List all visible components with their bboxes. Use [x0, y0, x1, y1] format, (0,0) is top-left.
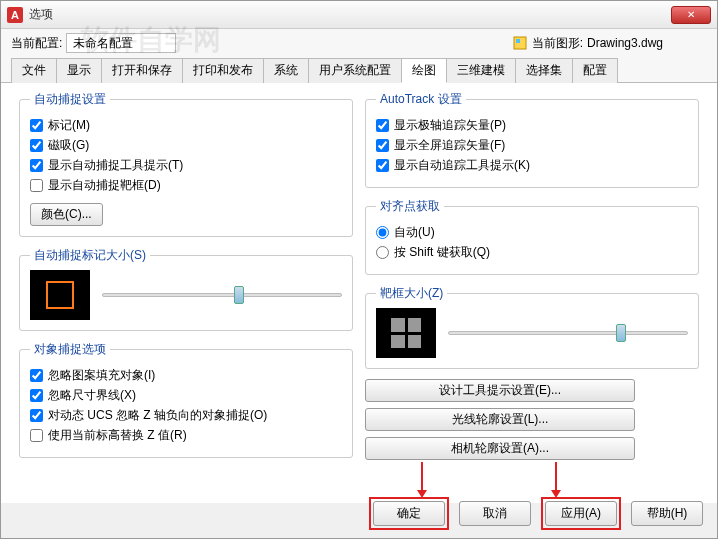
snap-tooltip-checkbox[interactable]: 显示自动捕捉工具提示(T): [30, 157, 342, 174]
apply-button[interactable]: 应用(A): [545, 501, 617, 526]
ok-button[interactable]: 确定: [373, 501, 445, 526]
options-dialog: A 选项 ✕ 软件自学网 当前配置: 未命名配置 当前图形: Drawing3.…: [0, 0, 718, 539]
alignment-acquisition-group: 对齐点获取 自动(U) 按 Shift 键获取(Q): [365, 198, 699, 275]
tab-profiles[interactable]: 配置: [572, 58, 618, 83]
window-title: 选项: [29, 6, 671, 23]
left-column: 自动捕捉设置 标记(M) 磁吸(G) 显示自动捕捉工具提示(T) 显示自动捕捉靶…: [13, 91, 359, 503]
track-tooltip-checkbox[interactable]: 显示自动追踪工具提示(K): [376, 157, 688, 174]
annotation-arrow-ok: [421, 462, 423, 492]
tab-open-save[interactable]: 打开和保存: [101, 58, 183, 83]
design-tooltip-button[interactable]: 设计工具提示设置(E)...: [365, 379, 635, 402]
alignment-legend: 对齐点获取: [376, 198, 444, 215]
marker-preview: [30, 270, 90, 320]
tab-3d[interactable]: 三维建模: [446, 58, 516, 83]
ignore-dim-checkbox[interactable]: 忽略尺寸界线(X): [30, 387, 342, 404]
help-button[interactable]: 帮助(H): [631, 501, 703, 526]
apply-highlight: 应用(A): [541, 497, 621, 530]
right-column: AutoTrack 设置 显示极轴追踪矢量(P) 显示全屏追踪矢量(F) 显示自…: [359, 91, 705, 503]
aperture-box-checkbox[interactable]: 显示自动捕捉靶框(D): [30, 177, 342, 194]
tab-strip: 文件 显示 打开和保存 打印和发布 系统 用户系统配置 绘图 三维建模 选择集 …: [1, 57, 717, 83]
camera-glyph-button[interactable]: 相机轮廓设置(A)...: [365, 437, 635, 460]
svg-rect-1: [516, 39, 520, 43]
aperture-preview: [376, 308, 436, 358]
current-profile-value: 未命名配置: [66, 33, 176, 53]
cancel-button[interactable]: 取消: [459, 501, 531, 526]
aperture-size-group: 靶框大小(Z): [365, 285, 699, 369]
replace-z-checkbox[interactable]: 使用当前标高替换 Z 值(R): [30, 427, 342, 444]
tab-selection[interactable]: 选择集: [515, 58, 573, 83]
tab-user-prefs[interactable]: 用户系统配置: [308, 58, 402, 83]
top-info-row: 当前配置: 未命名配置 当前图形: Drawing3.dwg: [1, 29, 717, 57]
light-glyph-button[interactable]: 光线轮廓设置(L)...: [365, 408, 635, 431]
current-drawing-label: 当前图形:: [532, 35, 583, 52]
colors-button[interactable]: 颜色(C)...: [30, 203, 103, 226]
titlebar: A 选项 ✕: [1, 1, 717, 29]
osnap-options-legend: 对象捕捉选项: [30, 341, 110, 358]
polar-vector-checkbox[interactable]: 显示极轴追踪矢量(P): [376, 117, 688, 134]
autotrack-legend: AutoTrack 设置: [376, 91, 466, 108]
app-icon: A: [7, 7, 23, 23]
annotation-arrow-apply: [555, 462, 557, 492]
autosnap-group: 自动捕捉设置 标记(M) 磁吸(G) 显示自动捕捉工具提示(T) 显示自动捕捉靶…: [19, 91, 353, 237]
dwg-icon: [512, 35, 528, 51]
dialog-footer: 确定 取消 应用(A) 帮助(H): [369, 497, 703, 530]
tab-content: 自动捕捉设置 标记(M) 磁吸(G) 显示自动捕捉工具提示(T) 显示自动捕捉靶…: [1, 83, 717, 503]
tab-display[interactable]: 显示: [56, 58, 102, 83]
autosnap-legend: 自动捕捉设置: [30, 91, 110, 108]
marker-size-legend: 自动捕捉标记大小(S): [30, 247, 150, 264]
tab-files[interactable]: 文件: [11, 58, 57, 83]
current-profile-label: 当前配置:: [11, 35, 62, 52]
shift-radio[interactable]: 按 Shift 键获取(Q): [376, 244, 688, 261]
osnap-options-group: 对象捕捉选项 忽略图案填充对象(I) 忽略尺寸界线(X) 对动态 UCS 忽略 …: [19, 341, 353, 458]
magnet-checkbox[interactable]: 磁吸(G): [30, 137, 342, 154]
current-drawing-value: Drawing3.dwg: [587, 36, 707, 50]
marker-size-group: 自动捕捉标记大小(S): [19, 247, 353, 331]
ok-highlight: 确定: [369, 497, 449, 530]
autotrack-group: AutoTrack 设置 显示极轴追踪矢量(P) 显示全屏追踪矢量(F) 显示自…: [365, 91, 699, 188]
ignore-hatch-checkbox[interactable]: 忽略图案填充对象(I): [30, 367, 342, 384]
tab-plot[interactable]: 打印和发布: [182, 58, 264, 83]
marker-size-slider[interactable]: [102, 284, 342, 306]
aperture-size-slider[interactable]: [448, 322, 688, 344]
ucs-negz-checkbox[interactable]: 对动态 UCS 忽略 Z 轴负向的对象捕捉(O): [30, 407, 342, 424]
fullscreen-vector-checkbox[interactable]: 显示全屏追踪矢量(F): [376, 137, 688, 154]
tab-system[interactable]: 系统: [263, 58, 309, 83]
tab-drafting[interactable]: 绘图: [401, 58, 447, 83]
close-button[interactable]: ✕: [671, 6, 711, 24]
auto-radio[interactable]: 自动(U): [376, 224, 688, 241]
marker-checkbox[interactable]: 标记(M): [30, 117, 342, 134]
aperture-size-legend: 靶框大小(Z): [376, 285, 447, 302]
